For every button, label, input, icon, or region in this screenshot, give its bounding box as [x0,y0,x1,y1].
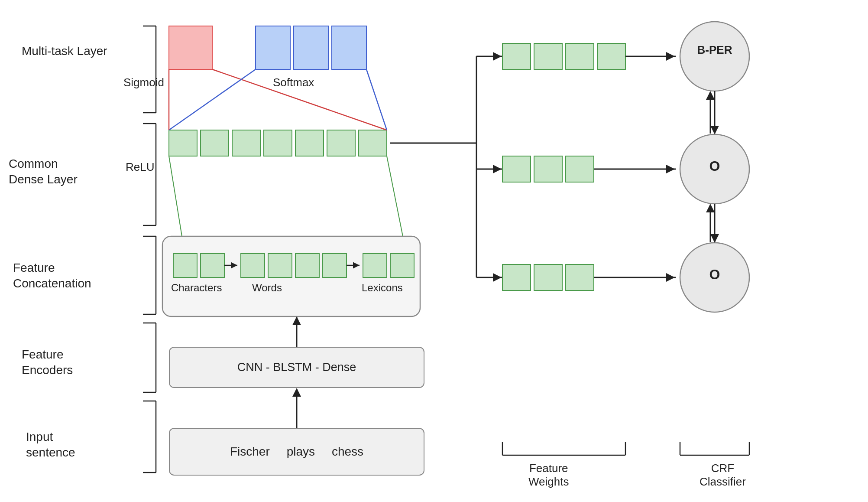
svg-rect-19 [169,130,197,156]
svg-rect-34 [241,254,265,277]
svg-marker-52 [493,165,502,173]
cnn-blstm-box: CNN - BLSTM - Dense [169,347,424,388]
svg-rect-57 [534,43,562,69]
svg-line-41 [169,156,182,236]
svg-rect-59 [597,43,625,69]
words-label: Words [252,282,282,294]
input-sentence-label: Inputsentence [26,429,75,461]
svg-rect-56 [502,43,531,69]
svg-rect-69 [566,264,594,290]
svg-rect-64 [566,156,594,182]
svg-rect-63 [534,156,562,182]
svg-rect-32 [201,254,224,277]
svg-rect-40 [390,254,414,277]
svg-line-28 [366,69,387,130]
svg-rect-16 [256,26,290,69]
characters-label: Characters [171,282,222,294]
svg-rect-35 [268,254,292,277]
svg-marker-46 [292,388,301,397]
svg-marker-44 [292,316,301,325]
svg-marker-78 [706,91,715,100]
svg-rect-18 [332,26,366,69]
input-sentence-box: Fischer plays chess [169,428,424,476]
relu-label: ReLU [126,160,154,174]
o2-label: O [706,267,723,283]
svg-rect-17 [294,26,328,69]
lexicons-label: Lexicons [362,282,403,294]
svg-rect-25 [359,130,387,156]
svg-marker-71 [666,273,675,282]
svg-rect-37 [323,254,347,277]
feature-concat-label: FeatureConcatenation [13,260,91,292]
svg-rect-21 [232,130,260,156]
svg-marker-80 [710,234,719,243]
diagram-container: Multi-task Layer CommonDense Layer Featu… [0,0,868,502]
svg-rect-15 [169,26,212,69]
svg-marker-76 [710,126,719,134]
svg-rect-58 [566,43,594,69]
svg-marker-66 [666,165,675,173]
svg-rect-30 [162,236,420,316]
svg-line-27 [169,69,256,130]
feature-weights-label: FeatureWeights [528,462,569,489]
svg-rect-36 [295,254,319,277]
svg-line-42 [387,156,403,236]
sigmoid-label: Sigmoid [123,76,164,89]
diagram-svg [0,0,868,502]
svg-rect-68 [534,264,562,290]
svg-marker-50 [493,52,502,61]
multi-task-label: Multi-task Layer [22,43,107,59]
svg-rect-31 [173,254,197,277]
common-dense-label: CommonDense Layer [9,156,78,188]
svg-rect-67 [502,264,531,290]
svg-rect-39 [363,254,387,277]
o1-label: O [706,158,723,174]
svg-rect-24 [327,130,355,156]
crf-classifier-label: CRFClassifier [700,462,746,489]
svg-rect-20 [201,130,229,156]
svg-marker-82 [706,204,715,212]
svg-rect-23 [295,130,324,156]
svg-rect-62 [502,156,531,182]
softmax-label: Softmax [273,76,314,89]
svg-marker-61 [666,52,675,61]
svg-rect-22 [264,130,292,156]
feature-encoders-label: FeatureEncoders [22,347,73,378]
svg-marker-55 [493,273,502,282]
b-per-label: B-PER [693,43,736,57]
